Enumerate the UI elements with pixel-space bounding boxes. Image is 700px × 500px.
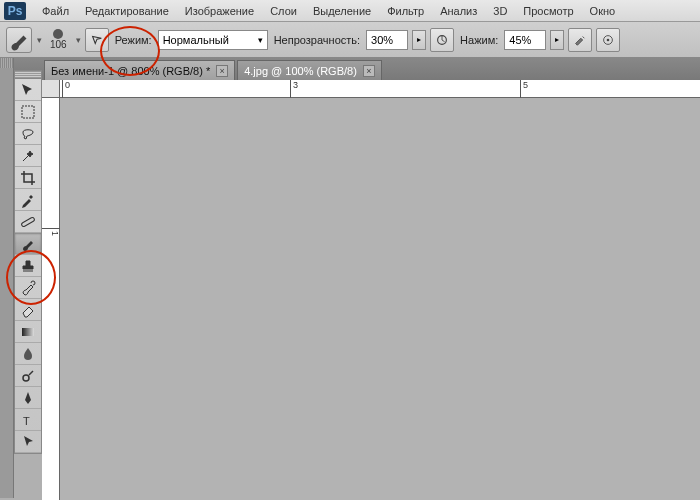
tab-label: 4.jpg @ 100% (RGB/8): [244, 65, 357, 77]
menu-edit[interactable]: Редактирование: [77, 2, 177, 20]
blur-icon: [20, 346, 36, 362]
workspace: 0 3 5 1: [42, 80, 700, 500]
ruler-vertical[interactable]: 1: [42, 98, 60, 500]
app-badge: Ps: [4, 2, 26, 20]
tablet-pressure-icon: [435, 33, 449, 47]
tool-type[interactable]: T: [15, 409, 41, 431]
tool-history-brush[interactable]: [15, 277, 41, 299]
document-tab-1[interactable]: Без имени-1 @ 800% (RGB/8) * ×: [44, 60, 235, 80]
toolbox: T: [14, 70, 42, 454]
tool-wand[interactable]: [15, 145, 41, 167]
brush-panel-toggle[interactable]: [85, 28, 109, 52]
tool-lasso[interactable]: [15, 123, 41, 145]
gradient-icon: [20, 324, 36, 340]
marquee-icon: [20, 104, 36, 120]
mode-label: Режим:: [113, 34, 154, 46]
menu-window[interactable]: Окно: [582, 2, 624, 20]
brush-panel-icon: [90, 33, 104, 47]
tablet-pen-icon: [601, 33, 615, 47]
menu-analysis[interactable]: Анализ: [432, 2, 485, 20]
chevron-down-icon: ▾: [258, 35, 263, 45]
tablet-opacity-toggle[interactable]: [430, 28, 454, 52]
svg-text:T: T: [23, 415, 30, 427]
tool-blur[interactable]: [15, 343, 41, 365]
svg-point-6: [23, 375, 29, 381]
tool-eyedropper[interactable]: [15, 189, 41, 211]
type-icon: T: [20, 412, 36, 428]
airbrush-toggle[interactable]: [568, 28, 592, 52]
eyedropper-icon: [20, 192, 36, 208]
svg-rect-5: [22, 328, 34, 336]
grip-icon[interactable]: [0, 58, 13, 68]
svg-rect-3: [22, 106, 34, 118]
panel-dock-strip: [0, 58, 14, 498]
arrow-icon: [20, 434, 36, 450]
menu-image[interactable]: Изображение: [177, 2, 262, 20]
flow-label: Нажим:: [458, 34, 500, 46]
current-tool-preset[interactable]: [6, 27, 32, 53]
ruler-tick: 0: [62, 80, 70, 98]
tool-marquee[interactable]: [15, 101, 41, 123]
history-brush-icon: [20, 280, 36, 296]
svg-rect-4: [21, 216, 35, 226]
tool-eraser[interactable]: [15, 299, 41, 321]
lasso-icon: [20, 126, 36, 142]
document-tabbar: Без имени-1 @ 800% (RGB/8) * × 4.jpg @ 1…: [0, 58, 700, 80]
tablet-size-toggle[interactable]: [596, 28, 620, 52]
tool-gradient[interactable]: [15, 321, 41, 343]
svg-point-2: [607, 38, 610, 41]
blend-mode-value: Нормальный: [163, 34, 229, 46]
tool-crop[interactable]: [15, 167, 41, 189]
menu-view[interactable]: Просмотр: [515, 2, 581, 20]
wand-icon: [20, 148, 36, 164]
tool-brush[interactable]: [15, 233, 41, 255]
menu-3d[interactable]: 3D: [485, 2, 515, 20]
menu-select[interactable]: Выделение: [305, 2, 379, 20]
opacity-flyout[interactable]: ▸: [412, 30, 426, 50]
ruler-tick: 5: [520, 80, 528, 98]
menu-filter[interactable]: Фильтр: [379, 2, 432, 20]
menu-layers[interactable]: Слои: [262, 2, 305, 20]
pen-icon: [20, 390, 36, 406]
blend-mode-select[interactable]: Нормальный ▾: [158, 30, 268, 50]
options-bar: ▾ 106 ▾ Режим: Нормальный ▾ Непрозрачнос…: [0, 22, 700, 58]
close-icon[interactable]: ×: [363, 65, 375, 77]
document-tab-2[interactable]: 4.jpg @ 100% (RGB/8) ×: [237, 60, 382, 80]
flow-value: 45%: [509, 34, 531, 46]
flow-flyout[interactable]: ▸: [550, 30, 564, 50]
menu-file[interactable]: Файл: [34, 2, 77, 20]
ruler-horizontal[interactable]: 0 3 5: [60, 80, 700, 98]
menubar: Ps Файл Редактирование Изображение Слои …: [0, 0, 700, 22]
brush-preset-picker[interactable]: 106: [46, 29, 71, 50]
opacity-label: Непрозрачность:: [272, 34, 362, 46]
tool-dodge[interactable]: [15, 365, 41, 387]
tool-pen[interactable]: [15, 387, 41, 409]
chevron-down-icon[interactable]: ▾: [37, 35, 42, 45]
bandage-icon: [20, 214, 36, 230]
tab-label: Без имени-1 @ 800% (RGB/8) *: [51, 65, 210, 77]
opacity-value: 30%: [371, 34, 393, 46]
brush-size-value: 106: [50, 39, 67, 50]
chevron-down-icon[interactable]: ▾: [76, 35, 81, 45]
dodge-icon: [20, 368, 36, 384]
flow-input[interactable]: 45%: [504, 30, 546, 50]
tool-stamp[interactable]: [15, 255, 41, 277]
toolbox-grip[interactable]: [15, 71, 41, 79]
close-icon[interactable]: ×: [216, 65, 228, 77]
move-icon: [20, 82, 36, 98]
brush-icon: [7, 28, 31, 52]
brush-icon: [20, 236, 36, 252]
crop-icon: [20, 170, 36, 186]
eraser-icon: [20, 302, 36, 318]
brush-preview-icon: [53, 29, 63, 39]
canvas-area[interactable]: [60, 98, 700, 500]
airbrush-icon: [573, 33, 587, 47]
tool-move[interactable]: [15, 79, 41, 101]
ruler-origin[interactable]: [42, 80, 60, 98]
stamp-icon: [20, 258, 36, 274]
ruler-tick: 3: [290, 80, 298, 98]
tool-path-select[interactable]: [15, 431, 41, 453]
tool-spot-heal[interactable]: [15, 211, 41, 233]
ruler-tick: 1: [42, 228, 60, 236]
opacity-input[interactable]: 30%: [366, 30, 408, 50]
